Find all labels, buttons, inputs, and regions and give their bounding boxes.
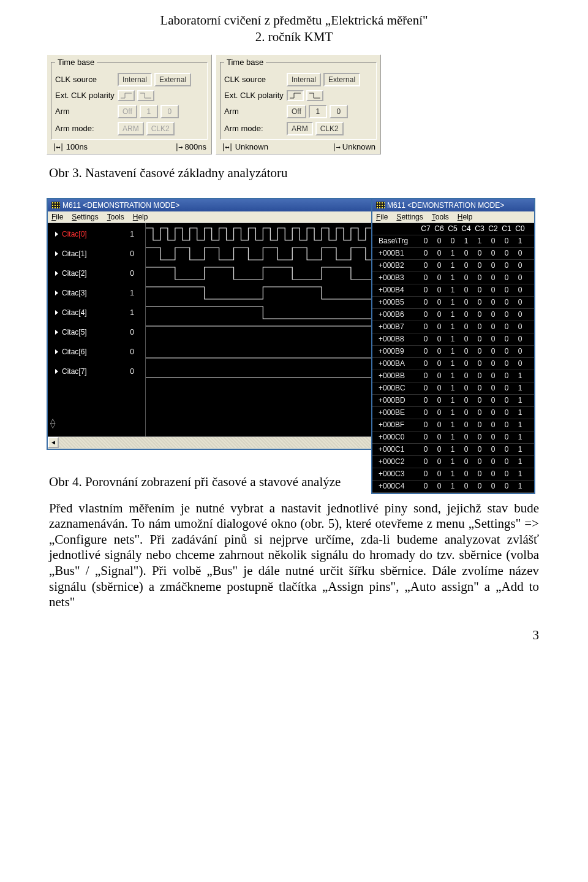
menu-file[interactable]: File — [376, 213, 388, 221]
state-titlebar[interactable]: M611 <DEMONSTRATION MODE> — [372, 199, 534, 211]
timebase-panel-left: Time base CLK source Internal External E… — [47, 55, 212, 154]
app-icon — [376, 202, 385, 208]
page-number: 3 — [49, 628, 539, 643]
arm-label: Arm — [224, 107, 284, 116]
arm-mode-arm-button[interactable]: ARM — [287, 122, 313, 135]
arm-mode-clk2-button[interactable]: CLK2 — [315, 122, 344, 135]
menu-tools[interactable]: Tools — [432, 213, 449, 221]
state-table-row[interactable]: +000B100100000 — [372, 248, 534, 260]
menu-help[interactable]: Help — [133, 213, 148, 221]
arm-mode-label: Arm mode: — [55, 124, 115, 133]
state-title: M611 <DEMONSTRATION MODE> — [387, 201, 504, 210]
waveform-channel-label[interactable]: Citac[1]0 — [48, 244, 145, 264]
body-paragraph: Před vlastním měřením je nutné vybrat a … — [49, 501, 539, 610]
falling-edge-icon[interactable] — [137, 90, 154, 101]
arm-label: Arm — [55, 107, 115, 116]
state-table-row[interactable]: +000BD00100001 — [372, 395, 534, 407]
figure-3-caption: Obr 3. Nastavení časové základny analyzá… — [49, 165, 539, 181]
state-table-row[interactable]: +000BE00100001 — [372, 407, 534, 419]
arm-1-button[interactable]: 1 — [140, 105, 158, 118]
clk-polarity-label: Ext. CLK polarity — [224, 91, 284, 100]
arm-mode-clk2-button[interactable]: CLK2 — [146, 122, 175, 135]
state-menubar: File Settings Tools Help — [372, 211, 534, 223]
app-icon — [51, 202, 60, 208]
clk-external-button[interactable]: External — [323, 73, 360, 86]
state-table-row[interactable]: +000BC00100001 — [372, 382, 534, 395]
state-table-row[interactable]: +000B400100000 — [372, 284, 534, 297]
state-table-row[interactable]: Base\Trg00011001 — [372, 235, 534, 248]
menu-tools[interactable]: Tools — [107, 213, 124, 221]
vertical-split-handle[interactable]: △▽ — [50, 418, 61, 428]
clk-source-label: CLK source — [224, 75, 284, 84]
arm-off-button[interactable]: Off — [118, 105, 137, 118]
clk-internal-button[interactable]: Internal — [287, 73, 321, 86]
state-table-row[interactable]: +000C400100001 — [372, 481, 534, 493]
state-table-row[interactable]: +000B800100000 — [372, 333, 534, 346]
rising-edge-icon[interactable] — [118, 90, 135, 101]
state-table-row[interactable]: +000B600100000 — [372, 309, 534, 321]
menu-help[interactable]: Help — [458, 213, 473, 221]
clk-polarity-label: Ext. CLK polarity — [55, 91, 115, 100]
waveform-channel-label[interactable]: Citac[7]0 — [48, 362, 145, 381]
arm-0-button[interactable]: 0 — [160, 105, 179, 118]
timebase-left-span-a: |↔|100ns — [52, 142, 88, 151]
waveform-channel-label[interactable]: Citac[6]0 — [48, 342, 145, 362]
arm-mode-arm-button[interactable]: ARM — [118, 122, 144, 135]
arm-off-button[interactable]: Off — [287, 105, 306, 118]
state-table-row[interactable]: +000BF00100001 — [372, 419, 534, 431]
scroll-left-button[interactable]: ◄ — [48, 437, 59, 448]
state-table-row[interactable]: +000B500100000 — [372, 297, 534, 309]
timebase-legend: Time base — [224, 58, 266, 67]
doc-header-line-2: 2. ročník KMT — [49, 29, 539, 45]
state-table-header: C7C6C5C4C3C2C1C0 — [372, 223, 534, 235]
waveform-channel-label[interactable]: Citac[4]1 — [48, 303, 145, 322]
state-table-row[interactable]: +000B700100000 — [372, 321, 534, 333]
arm-mode-label: Arm mode: — [224, 124, 284, 133]
menu-settings[interactable]: Settings — [396, 213, 423, 221]
menu-file[interactable]: File — [51, 213, 63, 221]
falling-edge-icon[interactable] — [306, 90, 323, 101]
waveform-title: M611 <DEMONSTRATION MODE> — [62, 201, 179, 210]
doc-header-line-1: Laboratorní cvičení z předmětu „Elektric… — [49, 12, 539, 29]
state-table-window: M611 <DEMONSTRATION MODE> File Settings … — [371, 198, 535, 494]
timebase-panel-right: Time base CLK source Internal External E… — [216, 55, 381, 154]
state-table-row[interactable]: +000B900100000 — [372, 346, 534, 358]
menu-settings[interactable]: Settings — [72, 213, 98, 221]
state-table-row[interactable]: +000B200100000 — [372, 260, 534, 272]
timebase-left-span-b: |→800ns — [175, 142, 206, 151]
state-table-row[interactable]: +000B300100000 — [372, 272, 534, 284]
arm-1-button[interactable]: 1 — [309, 105, 327, 118]
waveform-channel-label[interactable]: Citac[5]0 — [48, 322, 145, 342]
waveform-channel-label[interactable]: Citac[2]0 — [48, 264, 145, 283]
timebase-legend: Time base — [55, 58, 97, 67]
rising-edge-icon[interactable] — [287, 90, 304, 101]
state-table-row[interactable]: +000BB00100001 — [372, 370, 534, 382]
clk-external-button[interactable]: External — [154, 73, 191, 86]
clk-internal-button[interactable]: Internal — [118, 73, 152, 86]
state-table-row[interactable]: +000C000100001 — [372, 431, 534, 444]
state-table-row[interactable]: +000C200100001 — [372, 456, 534, 468]
arm-0-button[interactable]: 0 — [330, 105, 348, 118]
state-table-row[interactable]: +000C100100001 — [372, 444, 534, 456]
clk-source-label: CLK source — [55, 75, 115, 84]
waveform-channel-label[interactable]: Citac[3]1 — [48, 283, 145, 303]
state-table-row[interactable]: +000BA00100000 — [372, 358, 534, 370]
timebase-panels: Time base CLK source Internal External E… — [47, 55, 539, 154]
timebase-right-span-a: |↔|Unknown — [221, 142, 268, 151]
state-table-row[interactable]: +000C300100001 — [372, 468, 534, 481]
waveform-channel-label[interactable]: Citac[0]1 — [48, 224, 145, 244]
timebase-right-span-b: |→Unknown — [332, 142, 375, 151]
